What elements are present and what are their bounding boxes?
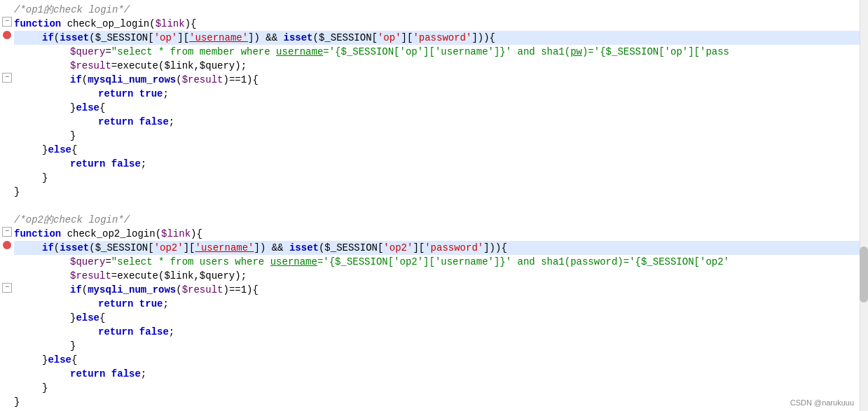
code-line-8: }else{ <box>14 101 860 115</box>
comment-op2: /*op2的check login*/ <box>14 213 130 227</box>
code-line-11: }else{ <box>14 143 860 157</box>
code-line-20: $result=execute($link,$query); <box>14 269 860 283</box>
code-line-17: − function check_op2_login ( $link ) { <box>14 227 860 241</box>
fold-gutter-17[interactable]: − <box>0 227 14 237</box>
code-line-9: return false; <box>14 115 860 129</box>
code-line-25: } <box>14 339 860 353</box>
breakpoint-18 <box>3 241 11 249</box>
code-line-10: } <box>14 129 860 143</box>
code-area: /*op1的check login*/ − function check_op_… <box>0 0 860 411</box>
code-line-12: return false; <box>14 157 860 171</box>
code-line-2: − function check_op_login ( $link ) { <box>14 17 860 31</box>
code-line-29: } <box>14 395 860 409</box>
fold-gutter-21[interactable]: − <box>0 283 14 293</box>
code-line-4: $query="select * from member where usern… <box>14 45 860 59</box>
code-line-23: }else{ <box>14 311 860 325</box>
code-line-26: }else{ <box>14 353 860 367</box>
scrollbar-thumb[interactable] <box>860 246 868 302</box>
code-line-16: /*op2的check login*/ <box>14 213 860 227</box>
watermark: CSDN @narukuuu <box>790 398 854 407</box>
code-line-15 <box>14 199 860 213</box>
fold-icon-21[interactable]: − <box>2 283 12 293</box>
fold-gutter-2[interactable]: − <box>0 17 14 27</box>
fn-name-1: check_op_login <box>67 17 150 31</box>
bp-gutter-3 <box>0 31 14 39</box>
code-line-24: return false; <box>14 325 860 339</box>
code-line-3: if(isset($_SESSION['op']['username']) &&… <box>14 31 860 45</box>
code-content: /*op1的check login*/ − function check_op_… <box>0 0 860 411</box>
bp-gutter-18 <box>0 241 14 249</box>
code-line-1: /*op1的check login*/ <box>14 3 860 17</box>
code-line-7: return true; <box>14 87 860 101</box>
code-line-28: } <box>14 381 860 395</box>
code-editor: /*op1的check login*/ − function check_op_… <box>0 0 868 411</box>
code-line-6: − if(mysqli_num_rows($result)==1){ <box>14 73 860 87</box>
code-line-22: return true; <box>14 297 860 311</box>
code-line-19: $query="select * from users where userna… <box>14 255 860 269</box>
keyword-function: function <box>14 17 61 31</box>
comment-op1: /*op1的check login*/ <box>14 3 130 17</box>
fold-icon-17[interactable]: − <box>2 227 12 237</box>
code-line-21: − if(mysqli_num_rows($result)==1){ <box>14 283 860 297</box>
plain-space <box>61 17 67 31</box>
fold-icon-6[interactable]: − <box>2 73 12 83</box>
code-line-13: } <box>14 171 860 185</box>
code-line-14: } <box>14 185 860 199</box>
breakpoint-3 <box>3 31 11 39</box>
fold-icon-2[interactable]: − <box>2 17 12 27</box>
code-line-18: if(isset($_SESSION['op2']['username']) &… <box>14 241 860 255</box>
code-line-5: $result=execute($link,$query); <box>14 59 860 73</box>
vertical-scrollbar[interactable] <box>860 0 868 411</box>
fold-gutter-6[interactable]: − <box>0 73 14 83</box>
code-line-27: return false; <box>14 367 860 381</box>
